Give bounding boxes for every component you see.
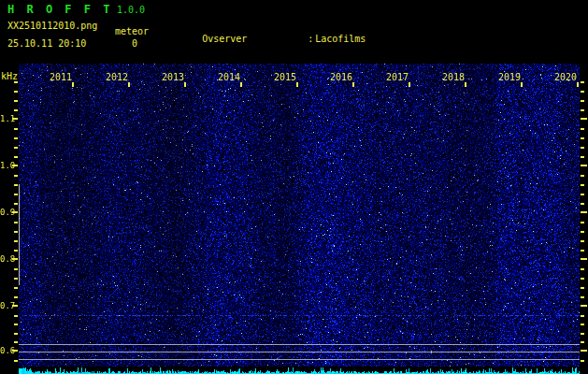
- axis-tick: [184, 82, 186, 87]
- axis-tick: [581, 81, 584, 83]
- observation-timestamp: 25.10.11 20:10: [7, 38, 86, 49]
- axis-tick: [14, 324, 18, 325]
- axis-tick: [465, 82, 466, 87]
- app-title: H R O F F T: [7, 3, 112, 16]
- axis-tick: [581, 147, 584, 149]
- meteor-count-value: 0: [132, 38, 137, 49]
- axis-tick: [240, 82, 242, 87]
- info-value: Lacofilms: [315, 34, 366, 44]
- axis-tick: [581, 268, 584, 270]
- time-tick-label: 2013: [159, 72, 184, 82]
- axis-tick: [12, 305, 18, 307]
- axis-tick: [581, 109, 584, 111]
- axis-tick: [581, 211, 587, 213]
- axis-tick: [14, 268, 18, 270]
- carrier-line: [19, 359, 580, 360]
- axis-tick: [581, 287, 584, 289]
- axis-tick: [12, 350, 18, 352]
- carrier-line: [19, 352, 580, 352]
- axis-tick: [581, 128, 584, 130]
- axis-tick: [14, 81, 18, 83]
- axis-tick: [581, 250, 584, 252]
- time-tick-label: 2020: [552, 72, 577, 82]
- axis-tick: [581, 315, 584, 317]
- time-tick-label: 2017: [383, 72, 409, 82]
- axis-tick: [352, 82, 354, 87]
- axis-tick: [12, 118, 18, 120]
- app-version: 1.0.0: [117, 5, 145, 15]
- axis-tick: [581, 100, 584, 102]
- spectrogram-canvas: [19, 64, 580, 367]
- axis-tick: [14, 250, 18, 252]
- axis-tick: [14, 296, 18, 298]
- axis-tick: [581, 341, 584, 343]
- axis-tick: [581, 175, 584, 177]
- axis-tick: [581, 118, 587, 120]
- axis-tick: [581, 240, 584, 242]
- axis-tick: [14, 231, 18, 233]
- axis-tick: [581, 360, 584, 362]
- meteor-counter-label: meteor: [115, 26, 149, 36]
- time-tick-label: 2018: [439, 72, 465, 82]
- axis-tick: [12, 211, 18, 213]
- time-tick-label: 2015: [271, 72, 296, 82]
- axis-tick: [581, 296, 584, 298]
- axis-tick: [14, 109, 18, 111]
- axis-tick: [14, 156, 18, 158]
- axis-tick: [581, 258, 587, 260]
- axis-tick: [14, 175, 18, 177]
- info-separator: :: [308, 34, 315, 44]
- left-reference-bar: [19, 184, 20, 285]
- axis-tick: [14, 278, 18, 280]
- axis-tick: [581, 184, 584, 186]
- axis-tick: [14, 333, 18, 335]
- axis-tick: [14, 137, 18, 139]
- axis-tick: [14, 100, 18, 102]
- time-tick-label: 2014: [215, 72, 240, 82]
- output-filename: XX2510112010.png: [7, 21, 97, 31]
- axis-tick: [296, 82, 298, 87]
- axis-tick: [581, 203, 584, 205]
- axis-tick: [14, 341, 18, 343]
- axis-tick: [14, 184, 18, 186]
- axis-tick: [521, 82, 523, 87]
- axis-tick: [14, 128, 18, 130]
- axis-tick: [581, 165, 587, 166]
- time-tick-label: 2019: [495, 72, 521, 82]
- axis-tick: [581, 350, 587, 352]
- axis-tick: [14, 147, 18, 149]
- axis-tick: [581, 222, 584, 223]
- carrier-line: [19, 344, 580, 345]
- axis-tick: [581, 333, 584, 335]
- axis-tick: [14, 91, 18, 93]
- info-label: Ovserver: [202, 34, 308, 44]
- time-tick-label: 2011: [47, 72, 72, 82]
- axis-tick: [581, 324, 584, 325]
- axis-tick: [581, 156, 584, 158]
- axis-tick: [581, 305, 587, 307]
- axis-tick: [409, 82, 410, 87]
- axis-tick: [581, 278, 584, 280]
- axis-tick: [581, 91, 584, 93]
- time-tick-label: 2016: [327, 72, 352, 82]
- axis-tick: [577, 82, 579, 87]
- axis-tick: [72, 82, 74, 87]
- axis-tick: [14, 287, 18, 289]
- axis-tick: [14, 360, 18, 362]
- axis-tick: [14, 315, 18, 317]
- frequency-unit-label: kHz: [1, 71, 18, 81]
- axis-tick: [14, 222, 18, 223]
- axis-tick: [581, 194, 584, 195]
- signal-level-trace-canvas: [19, 367, 580, 374]
- axis-tick: [581, 231, 584, 233]
- axis-tick: [14, 240, 18, 242]
- hrofft-window: H R O F F T 1.0.0 XX2510112010.png meteo…: [0, 0, 588, 374]
- axis-tick: [12, 165, 18, 166]
- axis-tick: [128, 82, 130, 87]
- axis-tick: [12, 258, 18, 260]
- axis-tick: [14, 203, 18, 205]
- info-row-observer: Ovserver:Lacofilms: [168, 23, 445, 35]
- axis-tick: [581, 137, 584, 139]
- time-tick-label: 2012: [103, 72, 128, 82]
- axis-tick: [14, 194, 18, 195]
